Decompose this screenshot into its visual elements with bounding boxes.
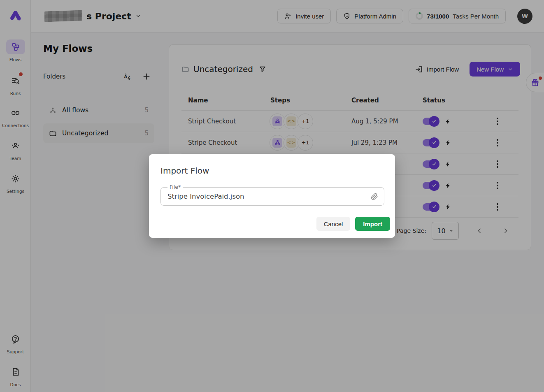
import-flow-dialog: Import Flow File* Cancel Import — [149, 154, 395, 238]
file-input[interactable] — [161, 193, 365, 200]
file-field: File* — [160, 187, 384, 206]
app-window: Flows Runs Connections Team Set — [0, 0, 544, 392]
paperclip-icon[interactable] — [365, 193, 384, 200]
file-field-label: File* — [167, 184, 183, 190]
import-button[interactable]: Import — [355, 217, 390, 231]
dialog-title: Import Flow — [160, 166, 384, 176]
cancel-button[interactable]: Cancel — [316, 217, 351, 231]
